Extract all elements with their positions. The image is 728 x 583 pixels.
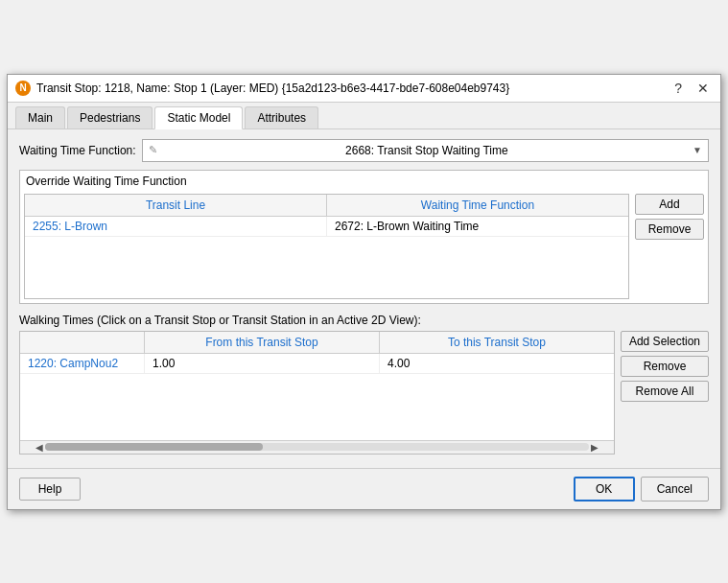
help-button[interactable]: Help (19, 478, 81, 501)
table-row[interactable]: 2255: L-Brown 2672: L-Brown Waiting Time (25, 217, 628, 237)
stop-cell: 1220: CampNou2 (20, 354, 145, 373)
add-selection-button[interactable]: Add Selection (621, 331, 709, 352)
scrollbar-thumb[interactable] (45, 443, 263, 451)
tab-attributes[interactable]: Attributes (245, 106, 318, 128)
remove-button[interactable]: Remove (635, 219, 704, 240)
waiting-time-dropdown[interactable]: ✎ 2668: Transit Stop Waiting Time ▼ (142, 139, 709, 162)
override-section: Override Waiting Time Function Transit L… (19, 170, 709, 304)
col-from-stop: From this Transit Stop (145, 332, 380, 353)
waiting-time-fn-cell: 2672: L-Brown Waiting Time (327, 217, 628, 236)
walking-table-header: From this Transit Stop To this Transit S… (20, 332, 614, 354)
override-section-title: Override Waiting Time Function (20, 171, 708, 190)
footer-right: OK Cancel (574, 477, 709, 501)
dialog: N Transit Stop: 1218, Name: Stop 1 (Laye… (7, 74, 721, 510)
override-section-inner: Transit Line Waiting Time Function 2255:… (20, 190, 708, 303)
content-area: Waiting Time Function: ✎ 2668: Transit S… (8, 129, 720, 468)
waiting-time-value: 2668: Transit Stop Waiting Time (345, 144, 508, 157)
col-stop (20, 332, 145, 353)
waiting-time-label: Waiting Time Function: (19, 144, 136, 157)
tab-bar: Main Pedestrians Static Model Attributes (8, 103, 720, 129)
walking-table-area: From this Transit Stop To this Transit S… (19, 331, 709, 455)
walking-section: Walking Times (Click on a Transit Stop o… (19, 314, 709, 458)
ok-button[interactable]: OK (574, 477, 635, 501)
tab-pedestrians[interactable]: Pedestrians (67, 106, 153, 128)
add-button[interactable]: Add (635, 194, 704, 215)
footer: Help OK Cancel (8, 468, 720, 509)
walking-buttons: Add Selection Remove Remove All (621, 331, 709, 455)
to-cell: 4.00 (380, 354, 614, 373)
from-cell: 1.00 (145, 354, 380, 373)
app-icon: N (15, 81, 31, 96)
walking-table-body: 1220: CampNou2 1.00 4.00 (20, 354, 614, 440)
col-to-stop: To this Transit Stop (380, 332, 614, 353)
tab-main[interactable]: Main (15, 106, 65, 128)
tab-static-model[interactable]: Static Model (154, 106, 243, 129)
remove-all-button[interactable]: Remove All (621, 381, 709, 402)
chevron-down-icon: ▼ (693, 145, 702, 155)
scrollbar-track (45, 443, 589, 451)
override-table: Transit Line Waiting Time Function 2255:… (24, 194, 629, 299)
override-buttons: Add Remove (635, 194, 704, 299)
title-bar: N Transit Stop: 1218, Name: Stop 1 (Laye… (8, 75, 720, 103)
col-transit-line: Transit Line (25, 195, 327, 216)
cancel-button[interactable]: Cancel (641, 477, 709, 501)
override-table-header: Transit Line Waiting Time Function (25, 195, 628, 217)
override-table-body: 2255: L-Brown 2672: L-Brown Waiting Time (25, 217, 628, 237)
override-table-area: Transit Line Waiting Time Function 2255:… (24, 194, 704, 299)
scroll-left-icon[interactable]: ◀ (34, 442, 45, 453)
scroll-right-icon[interactable]: ▶ (589, 442, 600, 453)
close-button[interactable]: ✕ (693, 81, 713, 96)
help-title-button[interactable]: ? (670, 81, 686, 96)
walking-label: Walking Times (Click on a Transit Stop o… (19, 314, 709, 327)
title-bar-left: N Transit Stop: 1218, Name: Stop 1 (Laye… (15, 81, 509, 96)
horizontal-scrollbar[interactable]: ◀ ▶ (20, 440, 614, 454)
table-row[interactable]: 1220: CampNou2 1.00 4.00 (20, 354, 614, 374)
walking-table-wrapper: From this Transit Stop To this Transit S… (19, 331, 615, 455)
waiting-time-row: Waiting Time Function: ✎ 2668: Transit S… (19, 139, 709, 162)
remove-walking-button[interactable]: Remove (621, 356, 709, 377)
title-bar-controls: ? ✕ (670, 81, 713, 96)
transit-line-cell: 2255: L-Brown (25, 217, 327, 236)
pencil-icon: ✎ (149, 144, 157, 156)
window-title: Transit Stop: 1218, Name: Stop 1 (Layer:… (36, 82, 509, 95)
col-waiting-time-fn: Waiting Time Function (327, 195, 628, 216)
